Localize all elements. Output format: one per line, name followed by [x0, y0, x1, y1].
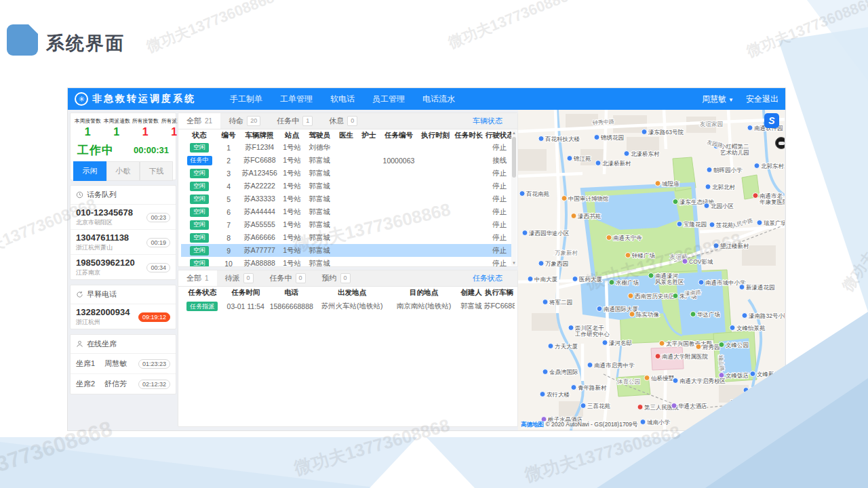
list-item[interactable]: 198503962120江苏南京00:34: [71, 255, 176, 279]
call-info: 198503962120江苏南京: [76, 258, 146, 277]
status-button-示闲[interactable]: 示闲: [73, 161, 106, 181]
nav-menu-item[interactable]: 电话流水: [422, 94, 455, 105]
status-badge: 空闲: [190, 233, 209, 243]
call-duration-badge: 00:34: [146, 263, 170, 272]
call-number: 13047611138: [76, 232, 146, 243]
nav-menu-item[interactable]: 软电话: [330, 94, 355, 105]
list-item[interactable]: 13282000934浙江杭州09:19:12: [71, 304, 176, 329]
table-cell: [453, 231, 485, 244]
status-buttons: 示闲小歇下线: [73, 161, 173, 181]
task-tab-任务中[interactable]: 任务中0: [262, 270, 314, 286]
vehicle-row[interactable]: 空闲9苏A777771号站郭富城停止: [181, 244, 515, 257]
table-cell: [334, 141, 357, 154]
table-cell: [453, 167, 485, 180]
status-button-下线[interactable]: 下线: [140, 161, 173, 181]
vehicle-tab-待命[interactable]: 待命20: [220, 113, 269, 129]
vehicle-tab-休息[interactable]: 休息0: [321, 113, 366, 129]
vehicle-row[interactable]: 空闲6苏A444441号站郭富城停止: [181, 205, 515, 218]
nav-menu-item[interactable]: 手工制单: [230, 94, 262, 105]
nav-menu-item[interactable]: 员工管理: [372, 94, 405, 105]
svg-text:宝隆花园: 宝隆花园: [684, 221, 707, 228]
status-button-小歇[interactable]: 小歇: [106, 161, 140, 181]
svg-text:北郭东村北: 北郭东村北: [761, 163, 785, 169]
table-cell: [334, 192, 357, 205]
vehicle-row[interactable]: 空闲3苏A1234561号站郭富城停止: [181, 167, 515, 180]
table-cell: 苏FC6688: [484, 299, 515, 314]
call-info: 13282000934浙江杭州: [76, 307, 138, 327]
table-cell: [334, 167, 357, 180]
svg-text:濠西园华途小区: 濠西园华途小区: [529, 230, 570, 237]
svg-text:百花南苑: 百花南苑: [526, 190, 550, 197]
table-cell: 4: [218, 180, 239, 192]
stat-value: 1: [102, 126, 132, 138]
agent-row: 坐席2舒信芳02:12:32: [71, 374, 176, 394]
svg-text:体育公园: 体育公园: [617, 378, 640, 385]
table-cell: [453, 141, 485, 154]
vehicle-row[interactable]: 空闲10苏A888881号站郭富城停止: [181, 257, 515, 267]
logout-button[interactable]: 安全退出: [746, 94, 778, 105]
column-header: 任务编号: [380, 129, 418, 141]
table-cell: [358, 167, 380, 180]
table-cell: 1号站: [279, 192, 304, 205]
table-cell: 苏A123456: [239, 167, 279, 180]
svg-text:中国审计博物馆: 中国审计博物馆: [568, 195, 609, 202]
svg-text:三喜花苑: 三喜花苑: [587, 403, 611, 409]
vehicle-map-marker[interactable]: [775, 137, 785, 149]
tab-label: 任务中: [270, 273, 292, 283]
table-cell: [453, 154, 485, 167]
list-item[interactable]: 13047611138浙江杭州萧山00:19: [71, 230, 176, 255]
table-cell: 9: [218, 244, 239, 257]
vehicle-row[interactable]: 任务中2苏FC66881号站郭富城10000063接线: [181, 154, 515, 167]
watermark-text: 微功夫13773608868: [144, 0, 277, 57]
table-cell: 郭富城: [304, 257, 334, 267]
call-number: 198503962120: [76, 258, 146, 268]
scrollbar-thumb[interactable]: [512, 137, 516, 178]
svg-text:南通大学启秀校区: 南通大学启秀校区: [679, 378, 726, 384]
map-attribution: 高德地图 © 2020 AutoNavi - GS(2018)1709号: [521, 421, 638, 429]
nav-menu-item[interactable]: 工单管理: [280, 94, 313, 105]
table-cell: 7: [218, 218, 239, 231]
vehicle-tab-全部[interactable]: 全部21: [178, 113, 220, 129]
tab-label: 休息: [329, 116, 344, 126]
svg-text:文峰新村: 文峰新村: [757, 371, 781, 378]
vehicle-row[interactable]: 空闲1苏F123f41号站刘德华停止: [181, 141, 515, 154]
agent-name: 周慧敏: [104, 359, 138, 369]
svg-text:北郭北村: 北郭北村: [712, 184, 736, 190]
task-tab-待派[interactable]: 待派0: [217, 270, 262, 286]
vehicle-table-scrollbar[interactable]: ▲ ▼: [511, 130, 517, 266]
svg-text:文峰饭店: 文峰饭店: [726, 372, 749, 379]
stat-value: 1: [131, 126, 160, 138]
table-cell: 10: [218, 257, 239, 267]
task-tab-预约[interactable]: 预约0: [314, 270, 359, 286]
table-cell: [358, 257, 380, 267]
table-cell: 停止: [485, 141, 515, 154]
task-panel: 全部1待派0任务中0预约0任务状态 任务状态任务时间电话出发地点目的地点创建人执…: [178, 270, 518, 427]
table-cell: 停止: [485, 231, 515, 244]
table-cell: [453, 218, 485, 231]
agent-seat: 坐席1: [76, 359, 104, 369]
vehicle-row[interactable]: 空闲5苏A333331号站郭富城停止: [181, 192, 515, 205]
table-cell: 1号站: [279, 257, 304, 267]
scroll-up-icon[interactable]: ▲: [511, 131, 517, 135]
user-menu[interactable]: 周慧敏▼: [702, 94, 734, 105]
map-poi-label: 易家桥新村: [761, 421, 785, 428]
sidebar: 本周接警数1本周派遣数1所有接警数1所有派遣数1 工作中 00:00:31 示闲…: [68, 110, 178, 430]
table-cell: 郭富城: [304, 154, 334, 167]
tab-count: 20: [247, 116, 260, 126]
map-poi-label: 友谊家园: [700, 121, 723, 127]
scroll-down-icon[interactable]: ▼: [511, 261, 517, 265]
vehicle-status-link[interactable]: 车辆状态: [473, 116, 502, 126]
task-status-link[interactable]: 任务状态: [473, 273, 502, 283]
stat-label: 本周派遣数: [103, 117, 130, 125]
table-cell: 1: [218, 141, 239, 154]
column-header: 站点: [279, 129, 304, 141]
work-status: 工作中: [77, 142, 114, 158]
vehicle-row[interactable]: 空闲4苏A222221号站郭富城停止: [181, 180, 515, 192]
svg-text:将军二园: 将军二园: [549, 299, 572, 306]
table-cell: 03-01 11:54: [224, 299, 268, 314]
status-badge: 空闲: [190, 220, 209, 230]
vehicle-tab-任务中[interactable]: 任务中1: [269, 113, 321, 129]
task-tab-全部[interactable]: 全部1: [178, 270, 217, 286]
table-cell: 苏A44444: [239, 205, 279, 218]
task-row[interactable]: 任务指派03-01 11:5415866668888苏州火车站(地铁站)南京南站…: [181, 299, 515, 314]
